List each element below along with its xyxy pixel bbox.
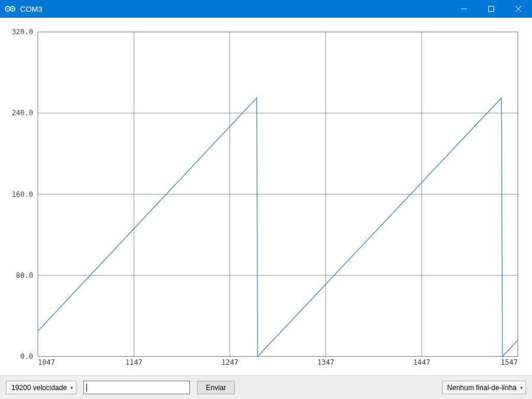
baud-rate-select[interactable]: 19200 velocidade ▾: [6, 381, 76, 394]
svg-text:1247: 1247: [221, 358, 238, 366]
plot-canvas: 1047114712471347144715470.080.0160.0240.…: [7, 24, 525, 371]
line-ending-select[interactable]: Nenhum final-de-linha ▾: [442, 381, 526, 394]
bottom-toolbar: 19200 velocidade ▾ Enviar Nenhum final-d…: [0, 375, 532, 399]
send-button-label: Enviar: [206, 384, 226, 392]
svg-text:160.0: 160.0: [12, 190, 33, 199]
serial-plotter: 1047114712471347144715470.080.0160.0240.…: [0, 18, 532, 375]
svg-text:1047: 1047: [38, 358, 55, 366]
svg-text:1447: 1447: [413, 358, 430, 366]
svg-rect-6: [489, 7, 494, 12]
maximize-button[interactable]: [478, 0, 505, 18]
line-ending-label: Nenhum final-de-linha: [447, 384, 517, 392]
svg-text:80.0: 80.0: [16, 271, 33, 280]
close-button[interactable]: [505, 0, 532, 18]
svg-text:1147: 1147: [125, 358, 143, 366]
baud-rate-label: 19200 velocidade: [11, 384, 67, 392]
window-titlebar: COM3: [0, 0, 532, 18]
window-controls: [450, 0, 532, 18]
svg-text:240.0: 240.0: [12, 109, 33, 117]
svg-text:1347: 1347: [317, 358, 334, 366]
chevron-down-icon: ▾: [520, 385, 523, 391]
svg-text:0.0: 0.0: [20, 352, 33, 361]
arduino-icon: [5, 5, 15, 12]
chevron-down-icon: ▾: [70, 385, 73, 391]
svg-text:320.0: 320.0: [12, 28, 33, 36]
window-title: COM3: [20, 5, 43, 14]
send-input[interactable]: [83, 381, 190, 394]
svg-text:1547: 1547: [501, 358, 518, 366]
send-button[interactable]: Enviar: [197, 381, 235, 394]
minimize-button[interactable]: [450, 0, 478, 18]
